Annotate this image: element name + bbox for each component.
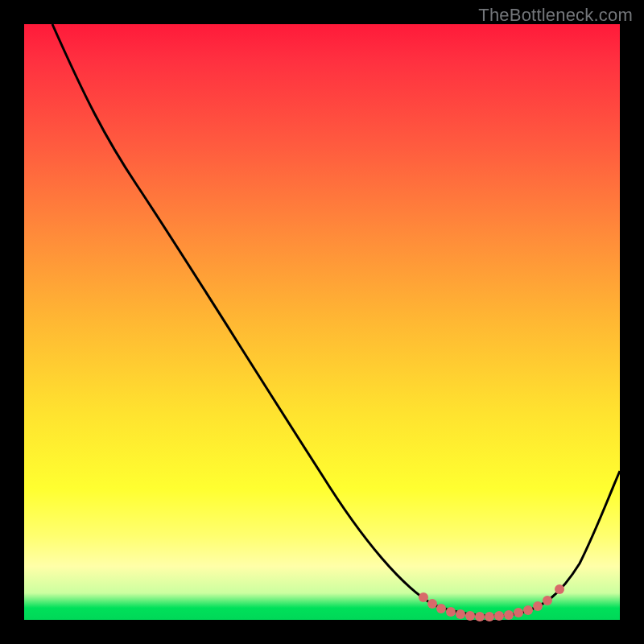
- svg-point-0: [419, 592, 428, 602]
- watermark-text: TheBottleneck.com: [478, 5, 633, 26]
- svg-point-11: [523, 605, 533, 615]
- svg-point-8: [494, 611, 504, 621]
- svg-point-7: [485, 612, 494, 621]
- svg-point-5: [465, 611, 475, 621]
- svg-point-12: [533, 601, 543, 611]
- svg-point-4: [456, 609, 465, 619]
- bottleneck-curve: [24, 24, 620, 620]
- svg-point-10: [514, 608, 523, 617]
- svg-point-14: [555, 584, 564, 594]
- chart-frame: [24, 24, 620, 620]
- svg-point-3: [446, 607, 456, 617]
- curve-path: [52, 24, 620, 616]
- svg-point-2: [436, 604, 446, 613]
- plot-area: [24, 24, 620, 620]
- svg-point-13: [543, 596, 552, 605]
- svg-point-9: [504, 610, 514, 620]
- svg-point-6: [475, 612, 485, 621]
- svg-point-1: [427, 599, 437, 609]
